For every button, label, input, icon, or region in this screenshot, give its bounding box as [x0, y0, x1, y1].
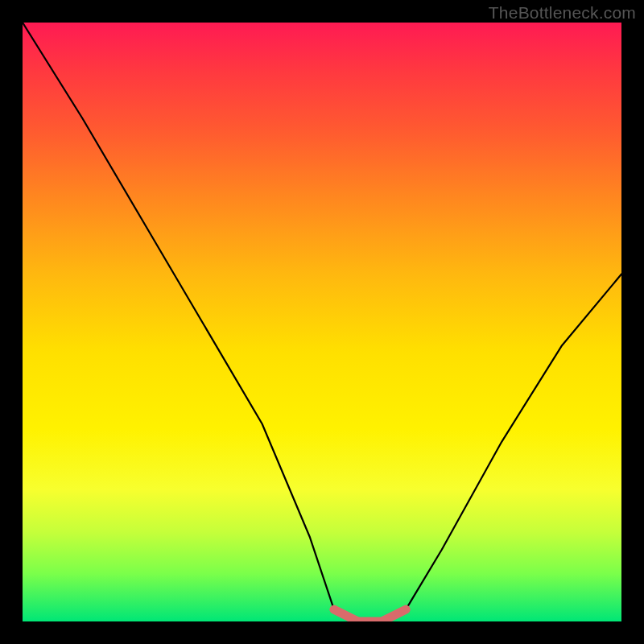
bottleneck-curve	[23, 23, 621, 621]
curve-svg	[23, 23, 621, 621]
plot-area	[23, 23, 621, 621]
valley-marker-curve	[334, 609, 406, 621]
watermark-text: TheBottleneck.com	[489, 3, 636, 23]
chart-frame: TheBottleneck.com	[0, 0, 644, 644]
